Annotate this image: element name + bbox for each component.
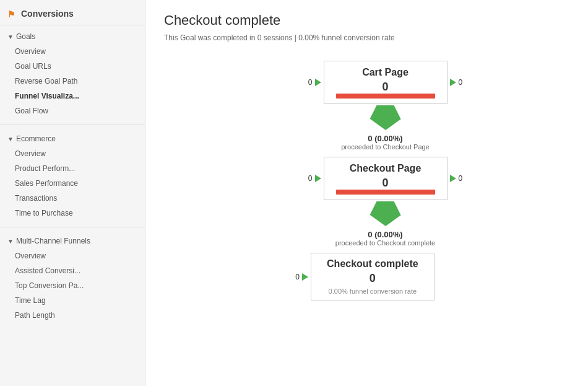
proceed-label-2: proceeded to Checkout complete — [335, 239, 435, 247]
checkout-progress-bar — [336, 190, 435, 195]
cart-left-value: 0 — [306, 78, 315, 87]
proceed-text-1: 0 (0.00%) proceeded to Checkout Page — [341, 134, 430, 151]
sidebar-divider-2 — [0, 227, 145, 227]
funnel-stage-complete: 0 Checkout complete 0 0.00% funnel conve… — [293, 253, 478, 302]
multichannel-arrow-icon: ▼ — [7, 238, 14, 245]
flag-icon: ⚑ — [7, 9, 16, 18]
checkout-right-side: 0 — [450, 174, 465, 183]
funnel-conversion-rate: 0.00% funnel conversion rate — [329, 287, 417, 295]
cart-page-value: 0 — [382, 81, 388, 94]
cart-left-arrow-icon — [315, 79, 321, 86]
connector-1-trapezoid — [370, 105, 401, 119]
complete-left-arrow-icon — [302, 273, 308, 281]
checkout-complete-row: 0 Checkout complete 0 0.00% funnel conve… — [293, 253, 478, 300]
funnel-stage-checkout: 0 Checkout Page 0 0 — [306, 157, 465, 201]
sidebar-item-top-conversion-paths[interactable]: Top Conversion Pa... — [0, 278, 145, 293]
proceed-text-2: 0 (0.00%) proceeded to Checkout complete — [335, 230, 435, 247]
cart-page-title: Cart Page — [362, 67, 409, 78]
page-subtitle: This Goal was completed in 0 sessions | … — [164, 33, 569, 42]
ecommerce-arrow-icon: ▼ — [7, 136, 14, 143]
connector-1-arrow — [370, 119, 401, 130]
proceed-label-1: proceeded to Checkout Page — [341, 143, 430, 151]
goals-group-label[interactable]: ▼ Goals — [0, 29, 145, 44]
checkout-right-value: 0 — [456, 174, 465, 183]
sidebar-item-product-performance[interactable]: Product Perform... — [0, 161, 145, 176]
checkout-left-value: 0 — [306, 174, 315, 183]
goals-arrow-icon: ▼ — [7, 33, 14, 40]
ecommerce-group-label[interactable]: ▼ Ecommerce — [0, 131, 145, 146]
page-title: Checkout complete — [164, 12, 569, 29]
checkout-page-title: Checkout Page — [350, 163, 422, 174]
goals-label: Goals — [16, 32, 35, 41]
multichannel-group-label[interactable]: ▼ Multi-Channel Funnels — [0, 234, 145, 248]
sidebar-item-transactions[interactable]: Transactions — [0, 191, 145, 206]
multichannel-section: ▼ Multi-Channel Funnels Overview Assiste… — [0, 230, 145, 327]
sidebar-item-overview-ecommerce[interactable]: Overview — [0, 146, 145, 161]
sidebar-item-sales-performance[interactable]: Sales Performance — [0, 176, 145, 191]
checkout-page-box: Checkout Page 0 — [324, 157, 447, 200]
sidebar: ⚑ Conversions ▼ Goals Overview Goal URLs… — [0, 0, 145, 386]
complete-left-value: 0 — [293, 273, 302, 281]
complete-left-side: 0 — [293, 273, 308, 281]
cart-page-box: Cart Page 0 — [324, 61, 447, 104]
sidebar-header[interactable]: ⚑ Conversions — [0, 2, 145, 25]
cart-left-side: 0 — [306, 78, 321, 87]
sidebar-item-funnel-visualization[interactable]: Funnel Visualiza... — [0, 89, 145, 103]
sidebar-item-time-to-purchase[interactable]: Time to Purchase — [0, 206, 145, 221]
cart-right-value: 0 — [456, 78, 465, 87]
goals-section: ▼ Goals Overview Goal URLs Reverse Goal … — [0, 25, 145, 122]
checkout-left-side: 0 — [306, 174, 321, 183]
connector-1: 0 (0.00%) proceeded to Checkout Page — [341, 105, 430, 157]
sidebar-item-reverse-goal-path[interactable]: Reverse Goal Path — [0, 74, 145, 89]
checkout-left-arrow-icon — [315, 175, 321, 182]
funnel-stage-cart: 0 Cart Page 0 0 — [306, 61, 465, 105]
sidebar-title: Conversions — [21, 9, 74, 19]
sidebar-item-time-lag[interactable]: Time Lag — [0, 293, 145, 308]
checkout-complete-box: Checkout complete 0 0.00% funnel convers… — [311, 253, 435, 300]
sidebar-item-overview-goals[interactable]: Overview — [0, 44, 145, 59]
cart-right-side: 0 — [450, 78, 465, 87]
connector-2-trapezoid — [370, 201, 401, 215]
funnel-visualization: 0 Cart Page 0 0 — [164, 61, 569, 302]
checkout-page-row: 0 Checkout Page 0 0 — [306, 157, 465, 200]
checkout-right-arrow-icon — [450, 175, 456, 182]
ecommerce-label: Ecommerce — [16, 134, 56, 143]
connector-2-arrow — [370, 215, 401, 226]
ecommerce-section: ▼ Ecommerce Overview Product Perform... … — [0, 128, 145, 224]
cart-bar-container — [329, 94, 442, 99]
sidebar-item-overview-multichannel[interactable]: Overview — [0, 248, 145, 263]
checkout-page-value: 0 — [382, 177, 388, 190]
multichannel-label: Multi-Channel Funnels — [16, 237, 90, 245]
checkout-complete-value: 0 — [370, 272, 376, 285]
proceed-amount-2: 0 (0.00%) — [335, 230, 435, 239]
sidebar-item-goal-urls[interactable]: Goal URLs — [0, 59, 145, 74]
cart-right-arrow-icon — [450, 79, 456, 86]
main-content: Checkout complete This Goal was complete… — [145, 0, 588, 386]
cart-page-row: 0 Cart Page 0 0 — [306, 61, 465, 104]
connector-2: 0 (0.00%) proceeded to Checkout complete — [335, 201, 435, 253]
sidebar-divider-1 — [0, 125, 145, 125]
proceed-amount-1: 0 (0.00%) — [341, 134, 430, 143]
cart-progress-bar — [336, 94, 435, 99]
sidebar-item-goal-flow[interactable]: Goal Flow — [0, 103, 145, 118]
sidebar-item-assisted-conversions[interactable]: Assisted Conversi... — [0, 263, 145, 278]
checkout-complete-title: Checkout complete — [327, 258, 418, 270]
sidebar-item-path-length[interactable]: Path Length — [0, 308, 145, 323]
checkout-bar-container — [329, 190, 442, 195]
